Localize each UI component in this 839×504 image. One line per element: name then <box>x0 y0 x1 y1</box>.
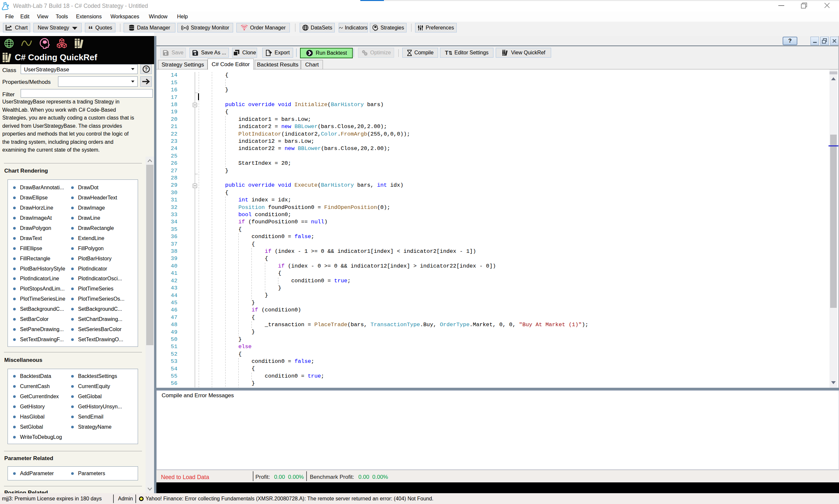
svg-text:T: T <box>445 50 448 56</box>
svg-text:?: ? <box>145 67 148 72</box>
